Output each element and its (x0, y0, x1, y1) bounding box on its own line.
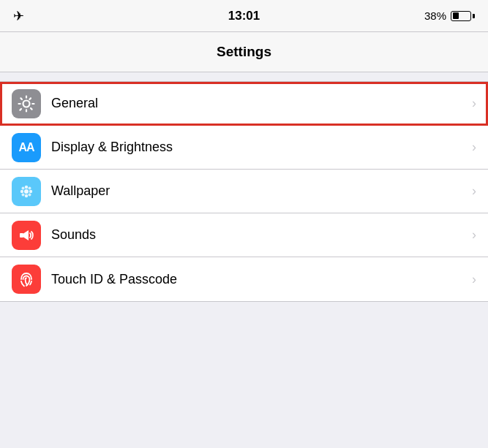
wallpaper-icon (12, 177, 41, 206)
gear-svg (17, 94, 36, 113)
settings-row-sounds[interactable]: Sounds › (0, 213, 488, 257)
touchid-icon (12, 265, 41, 294)
svg-point-4 (20, 189, 23, 192)
settings-group: General › AA Display & Brightness › (0, 81, 488, 302)
battery-fill (453, 12, 459, 19)
status-left: ✈ (13, 8, 24, 24)
battery-body (451, 11, 471, 21)
status-bar: ✈ 13:01 38% (0, 0, 488, 32)
wallpaper-chevron: › (472, 183, 476, 199)
settings-row-touchid[interactable]: Touch ID & Passcode › (0, 257, 488, 301)
display-chevron: › (472, 140, 476, 155)
settings-list: General › AA Display & Brightness › (0, 72, 488, 302)
airplane-icon: ✈ (13, 8, 24, 24)
svg-point-9 (29, 193, 31, 196)
flowers-svg (17, 182, 36, 201)
settings-row-display[interactable]: AA Display & Brightness › (0, 126, 488, 170)
sounds-chevron: › (472, 227, 476, 243)
touchid-chevron: › (472, 272, 476, 287)
status-time: 13:01 (228, 9, 260, 23)
sounds-icon (12, 221, 41, 250)
svg-point-0 (23, 100, 30, 107)
settings-row-general[interactable]: General › (0, 82, 488, 126)
battery-tip (473, 14, 475, 18)
nav-bar: Settings (0, 32, 488, 72)
svg-point-1 (24, 189, 29, 194)
svg-point-6 (22, 186, 25, 189)
general-icon (12, 89, 41, 118)
sounds-label: Sounds (51, 227, 466, 243)
page-title: Settings (217, 44, 271, 60)
fingerprint-svg (17, 270, 36, 289)
aa-text: AA (12, 133, 41, 162)
sound-svg (17, 226, 36, 245)
display-label: Display & Brightness (51, 140, 466, 155)
wallpaper-label: Wallpaper (51, 183, 466, 199)
general-label: General (51, 96, 466, 111)
display-icon: AA (12, 133, 41, 162)
svg-point-5 (29, 189, 32, 192)
settings-row-wallpaper[interactable]: Wallpaper › (0, 170, 488, 213)
status-right: 38% (424, 10, 475, 22)
svg-point-8 (22, 193, 25, 196)
touchid-label: Touch ID & Passcode (51, 272, 466, 287)
general-chevron: › (472, 96, 476, 111)
battery-percent: 38% (424, 10, 446, 22)
svg-rect-10 (20, 233, 23, 238)
battery-icon (451, 11, 475, 21)
svg-point-7 (29, 186, 31, 189)
svg-point-3 (25, 194, 28, 197)
svg-point-2 (25, 185, 28, 188)
